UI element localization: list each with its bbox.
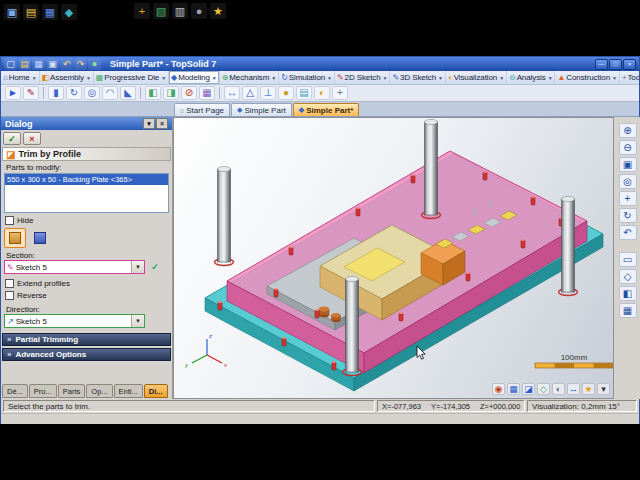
- ribbon-tab-construction[interactable]: ▲ Construction ▼: [555, 71, 619, 84]
- hide-checkbox[interactable]: [5, 216, 14, 225]
- section-view-icon[interactable]: ◪: [522, 383, 535, 395]
- zoom-in-icon[interactable]: ⊕: [619, 123, 637, 138]
- previous-view-icon[interactable]: ↶: [619, 225, 637, 240]
- separator[interactable]: [140, 87, 141, 99]
- face-filter-button[interactable]: [29, 228, 51, 248]
- pan-icon[interactable]: +: [619, 191, 637, 206]
- perspective-icon[interactable]: ◇: [537, 383, 550, 395]
- material-tool-icon[interactable]: ●: [278, 86, 294, 100]
- layers-tool-icon[interactable]: ▤: [296, 86, 312, 100]
- floating-window-icon[interactable]: ▣: [4, 4, 20, 20]
- wireframe-mode-icon[interactable]: ▦: [619, 303, 637, 318]
- solid-filter-button[interactable]: [4, 228, 26, 248]
- floating-doc-icon[interactable]: ▥: [172, 3, 188, 19]
- floating-lamp-icon[interactable]: ★: [210, 3, 226, 19]
- isometric-view-icon[interactable]: ◇: [619, 269, 637, 284]
- parts-list-item[interactable]: 550 x 300 x 50 - Backing Plate <365>: [5, 174, 168, 185]
- ribbon-tab-assembly[interactable]: ◧ Assembly ▼: [40, 71, 94, 84]
- dialog-pin-button[interactable]: ▾: [143, 118, 155, 129]
- direction-combo[interactable]: ↗ Sketch 5 ▼: [4, 314, 145, 328]
- floating-gear-icon[interactable]: ●: [191, 3, 207, 19]
- shaded-mode-icon[interactable]: ◧: [619, 286, 637, 301]
- new-document-icon[interactable]: ▢: [4, 58, 17, 70]
- parts-list[interactable]: 550 x 300 x 50 - Backing Plate <365>: [4, 173, 169, 213]
- dialog-title-bar: Dialog ▾ ×: [1, 117, 172, 130]
- ok-button[interactable]: ✓: [3, 132, 21, 145]
- floating-tools-icon[interactable]: +: [134, 3, 150, 19]
- magnet-snap-icon[interactable]: ◉: [492, 383, 505, 395]
- trim-tool-icon[interactable]: ⊘: [181, 86, 197, 100]
- close-button[interactable]: ×: [623, 59, 636, 70]
- constraint-tool-icon[interactable]: ⊥: [260, 86, 276, 100]
- rotate-view-icon[interactable]: ↻: [619, 208, 637, 223]
- front-view-icon[interactable]: ▭: [619, 252, 637, 267]
- ribbon-tab-visualization[interactable]: ◐ Visualization ▼: [446, 71, 507, 84]
- render-quality-icon[interactable]: ★: [582, 383, 595, 395]
- reverse-checkbox[interactable]: [5, 291, 14, 300]
- grid-display-icon[interactable]: ▦: [507, 383, 520, 395]
- viewport[interactable]: z x y 100mm ◉▦◪◇◐↔★▾: [173, 117, 614, 399]
- save-icon[interactable]: ▦: [32, 58, 45, 70]
- display-tool-icon[interactable]: ◐: [314, 86, 330, 100]
- redo-icon[interactable]: ↷: [74, 58, 87, 70]
- direction-dropdown-arrow[interactable]: ▼: [131, 315, 144, 327]
- select-tool-icon[interactable]: ►: [5, 86, 21, 100]
- ribbon-tab-progressive-die[interactable]: ▦ Progressive Die ▼: [94, 71, 169, 84]
- measure-display-icon[interactable]: ↔: [567, 383, 580, 395]
- panel-tab-operations[interactable]: Op...: [86, 384, 112, 398]
- zoom-out-icon[interactable]: ⊖: [619, 140, 637, 155]
- section-dropdown-arrow[interactable]: ▼: [131, 261, 144, 273]
- shadow-icon[interactable]: ◐: [552, 383, 565, 395]
- help-icon[interactable]: ●: [88, 58, 101, 70]
- panel-tab-project[interactable]: Pro...: [29, 384, 57, 398]
- separator[interactable]: [43, 87, 44, 99]
- pattern-tool-icon[interactable]: ▦: [199, 86, 215, 100]
- boolean-subtract-icon[interactable]: ◨: [163, 86, 179, 100]
- fillet-tool-icon[interactable]: ◠: [102, 86, 118, 100]
- chamfer-tool-icon[interactable]: ◣: [120, 86, 136, 100]
- ribbon-tab-mechanism[interactable]: ⊕ Mechanism ▼: [220, 71, 279, 84]
- panel-tab-dialog[interactable]: Di...: [144, 384, 168, 398]
- boolean-union-icon[interactable]: ◧: [145, 86, 161, 100]
- ribbon-tab-modeling[interactable]: ◆ Modeling ▼: [169, 71, 220, 84]
- open-document-icon[interactable]: ▤: [18, 58, 31, 70]
- ribbon-tab-analysis[interactable]: ⊖ Analysis ▼: [507, 71, 555, 84]
- floating-save-icon[interactable]: ▦: [42, 4, 58, 20]
- cancel-button[interactable]: ×: [23, 132, 41, 145]
- options-tool-icon[interactable]: +: [332, 86, 348, 100]
- advanced-options-section[interactable]: » Advanced Options: [2, 348, 171, 361]
- doc-tab-simple-part-modified[interactable]: ◆ Simple Part*: [293, 103, 360, 116]
- undo-icon[interactable]: ↶: [60, 58, 73, 70]
- section-combo[interactable]: ✎ Sketch 5 ▼: [4, 260, 145, 274]
- zoom-window-icon[interactable]: ▣: [619, 157, 637, 172]
- dialog-close-button[interactable]: ×: [156, 118, 168, 129]
- doc-tab-simple-part[interactable]: ◆ Simple Part: [231, 103, 292, 116]
- ribbon-tab-3d-sketch[interactable]: ✎ 3D Sketch ▼: [390, 71, 445, 84]
- ribbon-tab-simulation[interactable]: ↻ Simulation ▼: [279, 71, 335, 84]
- sketch-tool-icon[interactable]: ✎: [23, 86, 39, 100]
- panel-tab-parts[interactable]: Parts: [58, 384, 86, 398]
- print-icon[interactable]: ▣: [46, 58, 59, 70]
- maximize-button[interactable]: □: [609, 59, 622, 70]
- separator[interactable]: [219, 87, 220, 99]
- floating-cube-icon[interactable]: ◆: [61, 4, 77, 20]
- hole-tool-icon[interactable]: ◎: [84, 86, 100, 100]
- panel-tab-design[interactable]: Dé...: [2, 384, 28, 398]
- floating-layers-icon[interactable]: ▧: [153, 3, 169, 19]
- extend-profiles-checkbox[interactable]: [5, 279, 14, 288]
- panel-tab-entities[interactable]: Enti...: [114, 384, 143, 398]
- revolve-tool-icon[interactable]: ↻: [66, 86, 82, 100]
- partial-trimming-section[interactable]: » Partial Trimming: [2, 333, 171, 346]
- measure-tool-icon[interactable]: ↔: [224, 86, 240, 100]
- zoom-fit-icon[interactable]: ◎: [619, 174, 637, 189]
- display-options-icon[interactable]: ▾: [597, 383, 610, 395]
- floating-folder-icon[interactable]: ▤: [23, 4, 39, 20]
- ribbon-tab-home[interactable]: ⌂ Home ▼: [1, 71, 40, 84]
- dimension-tool-icon[interactable]: △: [242, 86, 258, 100]
- minimize-button[interactable]: —: [595, 59, 608, 70]
- doc-tab-start-page[interactable]: ⌂ Start Page: [174, 103, 230, 116]
- ribbon-tab-tools[interactable]: + Tools ▼: [620, 71, 639, 84]
- section-confirm-icon[interactable]: ✓: [148, 260, 162, 274]
- extrude-tool-icon[interactable]: ▮: [48, 86, 64, 100]
- ribbon-tab-2d-sketch[interactable]: ✎ 2D Sketch ▼: [335, 71, 390, 84]
